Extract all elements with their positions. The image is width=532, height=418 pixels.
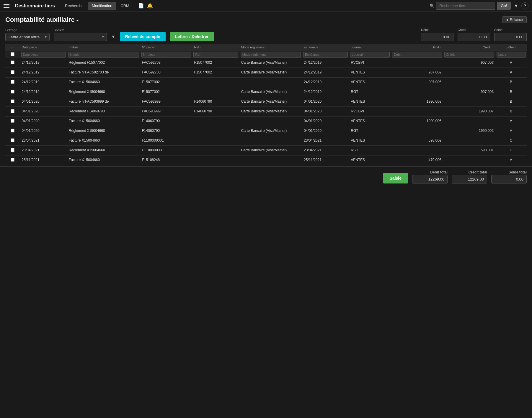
search-input[interactable] [436,2,495,10]
nav-crm[interactable]: CRM [116,2,133,10]
row-checkbox[interactable] [11,109,14,113]
search-button[interactable]: Go! [497,2,511,10]
row-intitule: Règlement X15004660 [67,146,140,155]
row-debit [391,107,443,117]
menu-button[interactable] [4,4,9,8]
th-npiece[interactable]: N° pièce↕ [140,44,192,51]
filter-ref-input[interactable] [193,52,238,58]
filter-journal-input[interactable] [350,52,390,58]
debit-total-input[interactable] [412,175,448,183]
th-echeance[interactable]: Echéance↕ [302,44,349,51]
th-journal[interactable]: Journal↕ [349,44,391,51]
row-checkbox[interactable] [11,70,14,74]
row-npiece: F14060790 [140,117,192,126]
filter-ref-cell [192,51,239,58]
debit-input[interactable] [421,33,453,41]
row-checkbox[interactable] [11,129,14,132]
filter-date-input[interactable] [21,52,66,58]
societe-select[interactable] [54,33,107,41]
row-echeance: 24/12/2019 [302,58,349,68]
row-credit [443,136,495,146]
row-checkbox-cell [5,97,20,107]
solde-total-input[interactable] [491,175,527,183]
row-checkbox[interactable] [11,119,14,123]
row-checkbox[interactable] [11,148,14,152]
row-intitule: Facture X15004660 [67,117,140,126]
filter-icon[interactable]: ▼ [514,3,518,9]
row-mode [239,78,302,87]
row-echeance: 23/04/2021 [302,146,349,155]
th-intitule[interactable]: Intitule↕ [67,44,140,51]
th-debit[interactable]: Débit↕ [391,44,443,51]
row-checkbox[interactable] [11,90,14,94]
row-intitule: Facture X15004660 [67,78,140,87]
row-npiece: F14060790 [140,126,192,136]
document-icon[interactable]: 📄 [138,3,144,9]
table-row: 04/01/2020 Facture n°FAC593999 de FAC593… [5,97,527,107]
solde-label: Solde [494,28,527,32]
row-checkbox[interactable] [11,158,14,162]
row-debit: 479.00€ [391,155,443,165]
filter-bar: Lettrage Lettré et non lettré Lettré Non… [0,25,532,44]
row-checkbox[interactable] [11,99,14,103]
table-footer: Saisie Debit total Credit total Solde to… [0,166,532,187]
row-checkbox[interactable] [11,138,14,142]
row-npiece: FAC592703 [140,68,192,78]
filter-intitule-input[interactable] [68,52,139,58]
th-date[interactable]: Date pièce↕ [20,44,67,51]
societe-group: Société [54,28,107,41]
row-intitule: Facture X15004660 [67,136,140,146]
select-all-checkbox[interactable] [11,52,14,56]
row-echeance: 25/11/2021 [302,155,349,165]
help-button[interactable]: ? [521,2,528,9]
lettrage-select[interactable]: Lettré et non lettré Lettré Non lettré [5,33,50,41]
th-credit[interactable]: Crédit↕ [443,44,495,51]
row-checkbox[interactable] [11,80,14,84]
row-lettre: A [495,126,527,136]
row-credit: 907.00€ [443,87,495,97]
row-lettre: B [495,87,527,97]
filter-npiece-input[interactable] [141,52,191,58]
row-ref [192,87,239,97]
row-checkbox[interactable] [11,60,14,64]
row-ref: F15077002 [192,68,239,78]
row-npiece: F1100000001 [140,136,192,146]
nav-links: Recherche Modification CRM [61,2,133,10]
solde-input[interactable] [494,33,527,41]
lettrer-button[interactable]: Lettrer / Delettrer [170,32,214,41]
th-lettre[interactable]: Lettre↕ [495,44,527,51]
filter-funnel-icon[interactable]: ▼ [111,34,116,40]
th-mode[interactable]: Mode règlement↕ [239,44,302,51]
table-sort-row: ↕ ↕ Date pièce↕ Intitule↕ N° pièce↕ Ref↕… [5,44,527,51]
row-mode [239,136,302,146]
row-ref [192,117,239,126]
row-date: 23/04/2021 [20,136,67,146]
credit-total-input[interactable] [452,175,487,183]
filter-lettre-input[interactable] [497,52,526,58]
filter-debit-cell [391,51,443,58]
filter-echeance-input[interactable] [303,52,348,58]
releve-button[interactable]: Relevé de compte [120,32,166,41]
nav-modification[interactable]: Modification [88,2,116,10]
bell-icon[interactable]: 🔔 [147,3,153,9]
nav-recherche[interactable]: Recherche [61,2,88,10]
row-ref: F14060790 [192,97,239,107]
row-checkbox-cell [5,117,20,126]
credit-input[interactable] [458,33,490,41]
filter-credit-input[interactable] [444,52,494,58]
table-row: 24/12/2019 Facture n°FAC592703 de FAC592… [5,68,527,78]
relance-button[interactable]: ● Relance [502,16,527,23]
filter-debit-input[interactable] [392,52,442,58]
row-mode: Carte Bancaire (Visa/Master) [239,97,302,107]
row-date: 25/11/2021 [20,155,67,165]
societe-select-wrap [54,33,107,41]
row-date: 24/12/2019 [20,58,67,68]
row-npiece: F15077002 [140,78,192,87]
row-credit: 598.00€ [443,146,495,155]
search-bar: 🔍 Go! ▼ ? [430,2,528,10]
filter-mode-input[interactable] [241,52,301,58]
table-row: 24/12/2019 Facture X15004660 F15077002 2… [5,78,527,87]
th-ref[interactable]: Ref↕ [192,44,239,51]
debit-amount-group: Débit [421,28,453,41]
saisie-button[interactable]: Saisie [383,173,408,183]
